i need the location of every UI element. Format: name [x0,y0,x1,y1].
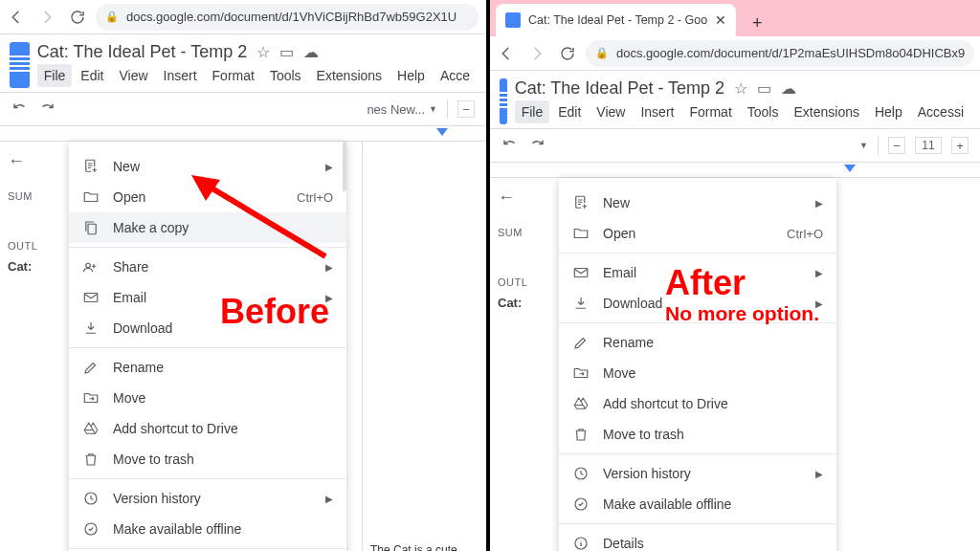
pencil-icon [572,334,590,351]
menu-item-email[interactable]: Email▶ [559,257,836,288]
outline-back-icon[interactable]: ← [8,151,75,171]
clock-icon [82,490,100,507]
menu-tools[interactable]: Tools [263,64,308,87]
menu-item-label: Download [603,296,802,311]
star-icon[interactable]: ☆ [256,43,270,61]
browser-tab[interactable]: Cat: The Ideal Pet - Temp 2 - Goo ✕ [496,4,736,36]
menu-item-version-history[interactable]: Version history▶ [559,458,836,489]
forward-icon[interactable] [38,9,56,26]
outline-panel: ← SUM OUTL Cat: [498,178,565,310]
ruler-marker-icon[interactable] [436,128,448,138]
menu-help[interactable]: Help [868,100,909,123]
doc-title[interactable]: Cat: The Ideal Pet - Temp 2 [515,78,724,99]
address-bar[interactable]: 🔒 docs.google.com/document/d/1P2maEsUIHS… [586,40,974,67]
menu-insert[interactable]: Insert [157,64,204,87]
menu-item-share[interactable]: Share▶ [69,252,346,282]
close-tab-icon[interactable]: ✕ [715,12,726,28]
menu-extensions[interactable]: Extensions [310,64,389,87]
url-text: docs.google.com/document/d/1VhViCBijRhBd… [126,10,457,24]
scrollbar[interactable] [343,142,346,191]
menu-file[interactable]: File [515,100,550,123]
trash-icon [572,426,590,443]
menu-item-label: Version history [603,466,802,481]
undo-icon[interactable] [11,100,29,118]
docs-logo-icon[interactable] [10,42,30,88]
redo-icon[interactable] [528,137,546,154]
fontsize-plus[interactable]: + [951,137,969,154]
outline-back-icon[interactable]: ← [498,187,565,208]
menu-item-make-available-offline[interactable]: Make available offline [69,514,346,544]
redo-icon[interactable] [38,100,56,118]
address-bar[interactable]: 🔒 docs.google.com/document/d/1VhViCBijRh… [96,4,479,31]
new-tab-button[interactable]: + [744,10,770,36]
menu-item-download[interactable]: Download [69,313,346,343]
fontsize-minus[interactable]: − [888,137,905,154]
menu-item-email[interactable]: Email▶ [69,282,346,313]
menu-item-open[interactable]: OpenCtrl+O [69,182,346,212]
menu-file[interactable]: File [37,64,73,87]
docs-logo-icon[interactable] [500,78,507,124]
menu-edit[interactable]: Edit [551,100,588,123]
menu-view[interactable]: View [590,100,632,123]
menu-item-move[interactable]: Move [69,383,346,413]
menu-item-move-to-trash[interactable]: Move to trash [559,419,836,450]
menu-view[interactable]: View [112,64,154,87]
page-content[interactable]: The Cat is a cute [362,142,486,551]
fontsize-minus[interactable]: − [457,100,475,118]
trash-icon [82,451,100,468]
menu-item-add-shortcut-to-drive[interactable]: Add shortcut to Drive [69,413,346,444]
menu-item-label: Download [113,320,333,336]
fontsize-value[interactable]: 11 [915,137,942,154]
menu-edit[interactable]: Edit [74,64,110,87]
reload-icon[interactable] [69,9,86,26]
menu-item-add-shortcut-to-drive[interactable]: Add shortcut to Drive [559,388,836,419]
ruler-marker-icon[interactable] [844,165,856,174]
menu-item-rename[interactable]: Rename [69,352,346,383]
menu-help[interactable]: Help [390,64,432,87]
menu-item-new[interactable]: New▶ [559,187,836,218]
cloud-icon[interactable]: ☁ [781,79,796,98]
move-folder-icon[interactable]: ▭ [757,79,771,98]
outline-item[interactable]: Cat: [8,259,75,274]
menu-item-open[interactable]: OpenCtrl+O [559,218,836,249]
font-select[interactable]: nes New... ▼ [367,102,437,117]
menu-accessibility[interactable]: Accessi [911,100,970,123]
menu-item-version-history[interactable]: Version history▶ [69,483,346,514]
menu-item-move-to-trash[interactable]: Move to trash [69,444,346,474]
download-icon [82,320,100,337]
menu-item-label: Make available offline [603,496,823,512]
folder-icon [572,225,590,242]
menu-item-move[interactable]: Move [559,358,836,388]
doc-title[interactable]: Cat: The Ideal Pet - Temp 2 [37,42,247,62]
menu-item-rename[interactable]: Rename [559,327,836,358]
forward-icon[interactable] [528,45,546,62]
menu-format[interactable]: Format [206,64,261,87]
cloud-icon[interactable]: ☁ [303,43,319,61]
menu-format[interactable]: Format [682,100,738,123]
dropdown-caret-icon[interactable]: ▼ [859,141,868,150]
drive-add-icon [572,395,590,412]
menu-item-label: Rename [113,360,333,375]
star-icon[interactable]: ☆ [734,79,747,98]
menu-item-label: Open [113,189,283,205]
menu-item-new[interactable]: New▶ [69,151,346,182]
menu-tools[interactable]: Tools [741,100,786,123]
menu-item-make-a-copy[interactable]: Make a copy [69,212,346,243]
undo-icon[interactable] [501,137,519,154]
menu-item-download[interactable]: Download▶ [559,288,836,319]
menu-item-make-available-offline[interactable]: Make available offline [559,489,836,519]
reload-icon[interactable] [559,45,576,62]
move-folder-icon[interactable]: ▭ [279,43,294,61]
outline-item[interactable]: Cat: [498,296,565,310]
menu-insert[interactable]: Insert [634,100,680,123]
back-icon[interactable] [8,9,25,26]
docs-header: Cat: The Ideal Pet - Temp 2 ☆ ▭ ☁ File E… [490,71,980,124]
menu-item-label: Add shortcut to Drive [603,396,823,411]
menu-extensions[interactable]: Extensions [787,100,865,123]
outline-panel: ← SUM OUTL Cat: [8,142,75,274]
back-icon[interactable] [498,45,515,62]
menu-item-details[interactable]: Details [559,528,836,551]
plus-doc-icon [82,158,100,175]
menu-accessibility[interactable]: Acce [434,64,477,87]
outline-heading: OUTL [8,240,75,252]
